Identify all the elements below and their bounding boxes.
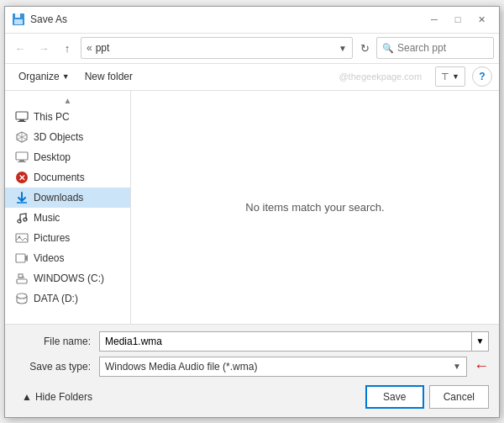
save-as-dialog: Save As ─ □ ✕ ← → ↑ « ppt ▼ ↻ 🔍 Organize… (4, 6, 500, 418)
title-bar-left: Save As (12, 13, 67, 26)
svg-point-23 (17, 293, 27, 299)
address-segment: « (87, 42, 92, 54)
desktop-label: Desktop (34, 151, 71, 163)
red-arrow-indicator: ← (474, 357, 489, 375)
data-drive-label: DATA (D:) (34, 293, 78, 304)
sub-toolbar: Organize ▼ New folder @thegeekpage.com ⊤… (5, 64, 499, 91)
navigation-toolbar: ← → ↑ « ppt ▼ ↻ 🔍 (5, 34, 499, 64)
no-items-message: No items match your search. (245, 201, 384, 214)
svg-rect-11 (19, 160, 24, 161)
organize-arrow-icon: ▼ (62, 72, 70, 81)
organize-label: Organize (18, 71, 60, 82)
sidebar-item-this-pc[interactable]: This PC (5, 107, 130, 127)
save-as-type-value: Windows Media Audio file (*.wma) (105, 361, 257, 373)
save-as-type-input-wrap: Windows Media Audio file (*.wma) ▼ ← (99, 357, 489, 377)
forward-button[interactable]: → (34, 38, 54, 58)
title-bar: Save As ─ □ ✕ (5, 7, 499, 34)
search-box[interactable]: 🔍 (376, 37, 494, 59)
downloads-label: Downloads (34, 192, 83, 204)
sidebar-item-videos[interactable]: Videos (5, 248, 130, 268)
refresh-button[interactable]: ↻ (356, 40, 373, 56)
svg-rect-3 (16, 112, 28, 119)
svg-rect-20 (16, 254, 25, 262)
back-button[interactable]: ← (10, 38, 30, 58)
hide-folders-label: Hide Folders (35, 391, 92, 403)
music-label: Music (34, 212, 60, 224)
documents-icon: ✕ (15, 171, 29, 184)
svg-rect-4 (19, 119, 24, 121)
view-button[interactable]: ⊤ ▼ (435, 66, 465, 87)
maximize-button[interactable]: □ (447, 10, 469, 29)
file-name-label: File name: (15, 336, 99, 347)
svg-rect-22 (18, 274, 23, 278)
sidebar-item-data[interactable]: DATA (D:) (5, 288, 130, 309)
3d-objects-label: 3D Objects (34, 131, 83, 143)
svg-rect-18 (16, 234, 28, 242)
svg-rect-12 (18, 161, 26, 162)
downloads-icon (15, 191, 29, 204)
3d-objects-icon (15, 130, 29, 144)
desktop-icon (15, 151, 29, 164)
search-input[interactable] (397, 42, 504, 54)
dialog-icon (12, 13, 25, 26)
new-folder-button[interactable]: New folder (78, 66, 139, 87)
hide-folders-button[interactable]: ▲ Hide Folders (15, 387, 99, 407)
svg-rect-21 (17, 279, 27, 283)
minimize-button[interactable]: ─ (423, 10, 445, 29)
save-as-type-row: Save as type: Windows Media Audio file (… (15, 357, 489, 377)
organize-button[interactable]: Organize ▼ (12, 66, 76, 87)
view-icon: ⊤ (441, 71, 449, 82)
svg-rect-10 (16, 152, 28, 160)
save-as-type-dropdown-arrow-icon: ▼ (453, 362, 461, 371)
windows-drive-label: WINDOWS (C:) (34, 272, 104, 284)
this-pc-icon (15, 110, 29, 124)
save-as-type-label: Save as type: (15, 361, 99, 373)
sidebar-item-music[interactable]: Music (5, 208, 130, 228)
address-path: ppt (96, 42, 335, 54)
main-panel: No items match your search. (131, 91, 499, 324)
save-button[interactable]: Save (365, 385, 424, 409)
svg-rect-5 (18, 121, 26, 122)
title-bar-controls: ─ □ ✕ (423, 10, 492, 29)
windows-drive-icon (15, 272, 29, 285)
sidebar-item-downloads[interactable]: Downloads (5, 188, 130, 208)
pictures-label: Pictures (34, 232, 70, 244)
watermark-text: @thegeekpage.com (339, 71, 422, 82)
sidebar-item-desktop[interactable]: Desktop (5, 147, 130, 167)
address-bar[interactable]: « ppt ▼ (81, 37, 353, 59)
bottom-area: File name: ▼ Save as type: Windows Media… (5, 324, 499, 417)
file-name-dropdown-arrow: ▼ (472, 331, 489, 352)
close-button[interactable]: ✕ (470, 10, 492, 29)
up-button[interactable]: ↑ (57, 38, 77, 58)
scroll-up-icon: ▲ (64, 96, 72, 105)
svg-rect-1 (15, 13, 20, 18)
file-name-row: File name: ▼ (15, 331, 489, 352)
sidebar-item-pictures[interactable]: Pictures (5, 228, 130, 248)
svg-rect-2 (14, 19, 23, 24)
sidebar-scroll-up-indicator: ▲ (5, 94, 130, 107)
cancel-button[interactable]: Cancel (429, 385, 489, 409)
help-button[interactable]: ? (472, 66, 492, 87)
music-icon (15, 211, 29, 225)
sidebar-item-windows[interactable]: WINDOWS (C:) (5, 268, 130, 288)
this-pc-label: This PC (34, 111, 70, 123)
videos-icon (15, 251, 29, 265)
documents-label: Documents (34, 172, 85, 183)
search-icon: 🔍 (382, 43, 394, 54)
file-name-input[interactable] (99, 331, 472, 352)
sidebar-item-3d-objects[interactable]: 3D Objects (5, 127, 130, 147)
sidebar-item-documents[interactable]: ✕ Documents (5, 167, 130, 188)
pictures-icon (15, 231, 29, 245)
content-area: ▲ This PC 3D Objects De (5, 91, 499, 324)
address-dropdown-arrow: ▼ (339, 44, 347, 53)
action-row: ▲ Hide Folders Save Cancel (15, 382, 489, 410)
dialog-title: Save As (30, 13, 67, 25)
view-arrow-icon: ▼ (452, 72, 459, 81)
data-drive-icon (15, 292, 29, 305)
sidebar: ▲ This PC 3D Objects De (5, 91, 131, 324)
videos-label: Videos (34, 252, 64, 264)
hide-folders-arrow-icon: ▲ (22, 391, 32, 403)
file-name-input-wrap: ▼ (99, 331, 489, 352)
svg-text:✕: ✕ (18, 173, 25, 182)
save-as-type-dropdown[interactable]: Windows Media Audio file (*.wma) ▼ (99, 357, 467, 377)
